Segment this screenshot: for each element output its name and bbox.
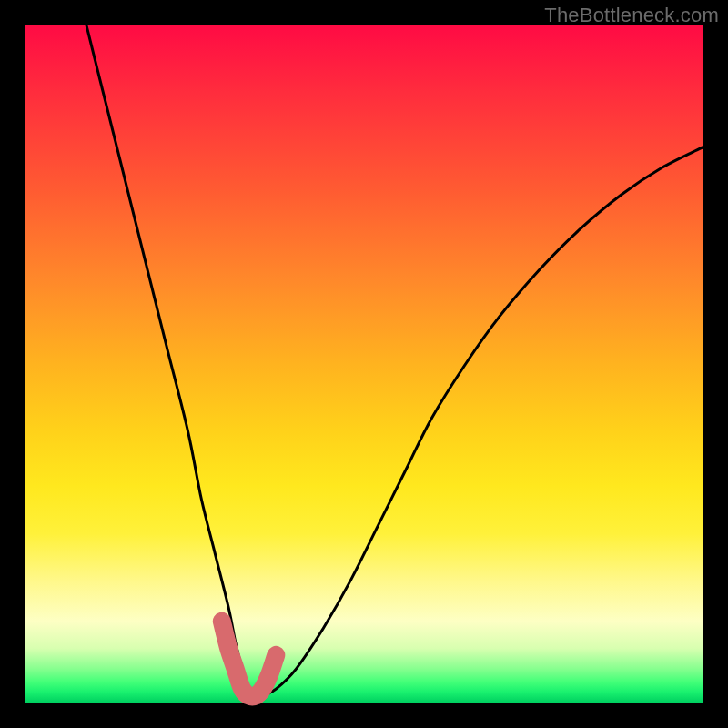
optimal-highlight: [222, 622, 276, 697]
chart-svg: [25, 25, 703, 703]
outer-frame: TheBottleneck.com: [0, 0, 728, 728]
bottleneck-curve: [86, 25, 703, 697]
plot-area: [25, 25, 703, 703]
watermark-text: TheBottleneck.com: [544, 4, 719, 27]
